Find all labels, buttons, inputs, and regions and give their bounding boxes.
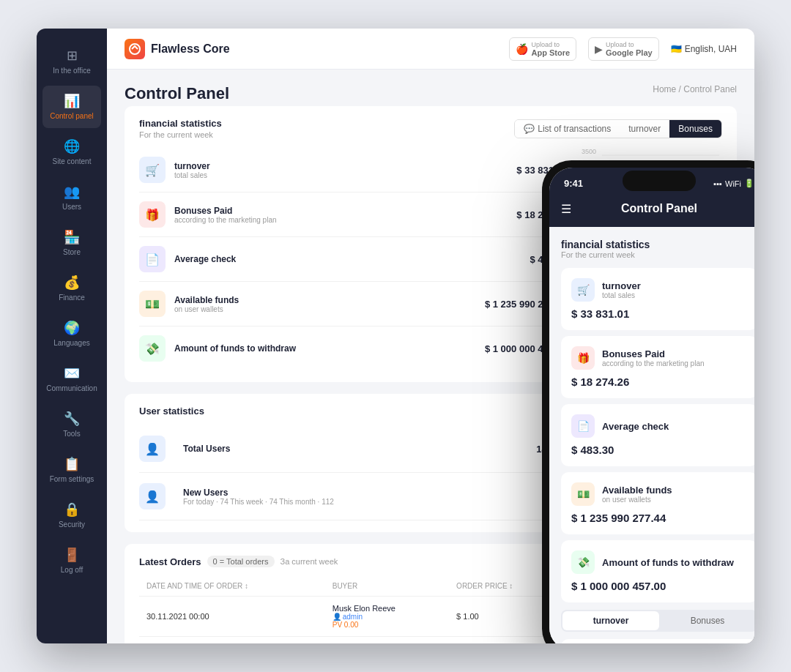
avg-check-icon: 📄 [139, 246, 166, 272]
battery-icon: 🔋 [744, 179, 754, 188]
total-users-icon: 👤 [139, 436, 166, 462]
sidebar-label-office: In the office [53, 67, 91, 75]
stat-row-available-funds: 💵 Available funds on user wallets $ 1 23… [139, 282, 567, 326]
order-buyer: Musk Elon Reeve 👤 admin PV 0.00 [325, 637, 449, 644]
form-settings-icon: 📋 [64, 456, 80, 472]
google-play-icon: ▶ [595, 43, 603, 55]
sidebar-label-finance: Finance [59, 294, 85, 302]
sidebar-label-form-settings: Form settings [50, 475, 94, 484]
phone-notch [623, 171, 696, 191]
phone-overlay: 9:41 ▪▪▪ WiFi 🔋 ☰ Control Panel financia… [542, 160, 754, 643]
phone-screen: 9:41 ▪▪▪ WiFi 🔋 ☰ Control Panel financia… [549, 168, 754, 643]
funds-withdraw-info: Amount of funds to withdraw [174, 343, 485, 354]
sidebar-item-store[interactable]: 🏪 Store [42, 222, 101, 264]
col-buyer: BUYER [325, 576, 449, 597]
turnover-info: turnover total sales [174, 161, 516, 179]
phone-stat-avg-check: 📄 Average check $ 483.30 [561, 404, 754, 466]
stat-row-bonuses-paid: 🎁 Bonuses Paid according to the marketin… [139, 193, 567, 237]
sidebar-item-office[interactable]: ⊞ In the office [42, 40, 101, 83]
phone-stat-available-funds: 💵 Available funds on user wallets $ 1 23… [561, 472, 754, 534]
logoff-icon: 🚪 [64, 547, 80, 563]
sidebar-item-security[interactable]: 🔒 Security [42, 494, 101, 537]
app-store-badge[interactable]: 🍎 Upload to App Store [509, 37, 576, 61]
phone-stat-icon-funds-withdraw: 💸 [571, 550, 595, 574]
logo-text: Flawless Core [151, 42, 230, 56]
sidebar-label-communication: Communication [46, 384, 97, 393]
financial-stats-header: financial statistics For the current wee… [139, 118, 722, 139]
phone-tab-bonuses[interactable]: Bonuses [659, 611, 754, 630]
store-icon: 🏪 [64, 229, 80, 245]
tab-turnover[interactable]: turnover [620, 120, 669, 138]
phone-time: 9:41 [564, 178, 583, 189]
total-users-info: Total Users [183, 444, 536, 454]
apple-icon: 🍎 [516, 43, 528, 55]
available-funds-icon: 💵 [139, 291, 166, 317]
tools-icon: 🔧 [64, 411, 80, 427]
sidebar-item-finance[interactable]: 💰 Finance [42, 267, 101, 310]
security-icon: 🔒 [64, 501, 80, 518]
sidebar-item-communication[interactable]: ✉️ Communication [42, 358, 101, 400]
order-date: 30.11.2021 00:00 [139, 597, 325, 637]
sidebar-item-control-panel[interactable]: 📊 Control panel [42, 86, 101, 128]
sidebar-label-security: Security [59, 520, 85, 529]
col-date: DATE AND TIME OF ORDER ↕ [139, 576, 325, 597]
finance-icon: 💰 [64, 275, 80, 291]
sidebar-label-tools: Tools [63, 430, 80, 438]
sidebar-label-languages: Languages [53, 339, 90, 348]
site-content-icon: 🌐 [64, 138, 80, 154]
logo-icon [125, 39, 145, 59]
user-stat-new: 👤 New Users For today · 74 This week · 7… [139, 473, 567, 520]
phone-stat-icon-turnover: 🛒 [571, 278, 595, 302]
breadcrumb: Home / Control Panel [653, 84, 737, 94]
avg-check-info: Average check [174, 254, 530, 264]
signal-icon: ▪▪▪ [713, 179, 722, 188]
phone-stat-bonuses-paid: 🎁 Bonuses Paid according to the marketin… [561, 336, 754, 398]
order-buyer: Musk Elon Reeve 👤 admin PV 0.00 [325, 597, 449, 637]
hamburger-icon[interactable]: ☰ [561, 202, 571, 216]
phone-header-title: Control Panel [621, 202, 697, 215]
sidebar-item-languages[interactable]: 🌍 Languages [42, 313, 101, 355]
page-title: Control Panel [125, 84, 229, 103]
bonuses-paid-info: Bonuses Paid according to the marketing … [174, 206, 516, 224]
language-label: English, UAH [685, 44, 737, 54]
sidebar-label-site-content: Site content [53, 157, 92, 166]
tab-bonuses[interactable]: Bonuses [669, 120, 721, 138]
phone-header: ☰ Control Panel [549, 196, 754, 227]
wifi-icon: WiFi [725, 179, 741, 188]
financial-stats-title: financial statistics [139, 118, 222, 129]
phone-content[interactable]: financial statistics For the current wee… [549, 227, 754, 643]
phone-stats-container: 🛒 turnover total sales $ 33 831.01 🎁 Bon… [561, 268, 754, 602]
orders-subtitle: За current week [281, 557, 338, 566]
sidebar-label-users: Users [62, 203, 81, 212]
turnover-icon: 🛒 [139, 157, 166, 183]
tab-transactions[interactable]: 💬 List of transactions [515, 120, 620, 138]
sidebar-item-users[interactable]: 👥 Users [42, 176, 101, 219]
sidebar-label-logoff: Log off [61, 566, 83, 575]
stat-row-funds-withdraw: 💸 Amount of funds to withdraw $ 1 000 00… [139, 326, 567, 370]
phone-stat-funds-withdraw: 💸 Amount of funds to withdraw $ 1 000 00… [561, 540, 754, 602]
languages-icon: 🌍 [64, 320, 80, 336]
phone-status-icons: ▪▪▪ WiFi 🔋 [713, 179, 754, 188]
stat-row-avg-check: 📄 Average check $ 483.30 [139, 237, 567, 282]
google-play-sublabel: Upload to [606, 41, 653, 48]
bonuses-paid-icon: 🎁 [139, 201, 166, 228]
phone-stat-icon-bonuses-paid: 🎁 [571, 346, 595, 370]
financial-stats-subtitle: For the current week [139, 130, 222, 139]
sidebar-item-tools[interactable]: 🔧 Tools [42, 403, 101, 446]
language-selector[interactable]: 🇺🇦 English, UAH [671, 44, 737, 54]
google-play-badge[interactable]: ▶ Upload to Google Play [588, 37, 659, 61]
orders-title: Latest Orders [139, 556, 201, 567]
sidebar-label-control-panel: Control panel [50, 112, 93, 121]
google-play-label: Google Play [606, 48, 653, 57]
phone-tab-turnover[interactable]: turnover [562, 611, 659, 630]
sidebar-item-form-settings[interactable]: 📋 Form settings [42, 449, 101, 491]
app-container: ⊞ In the office 📊 Control panel 🌐 Site c… [37, 29, 754, 643]
order-date: 30.11.2021 00:00 [139, 637, 325, 644]
user-stat-rows: 👤 Total Users 143 👤 New Users For today … [139, 425, 567, 520]
communication-icon: ✉️ [64, 365, 80, 381]
app-store-label: App Store [531, 48, 570, 57]
sidebar-item-site-content[interactable]: 🌐 Site content [42, 131, 101, 173]
flag-icon: 🇺🇦 [671, 44, 682, 54]
sidebar-item-logoff[interactable]: 🚪 Log off [42, 540, 101, 582]
phone-stat-icon-avg-check: 📄 [571, 414, 595, 438]
